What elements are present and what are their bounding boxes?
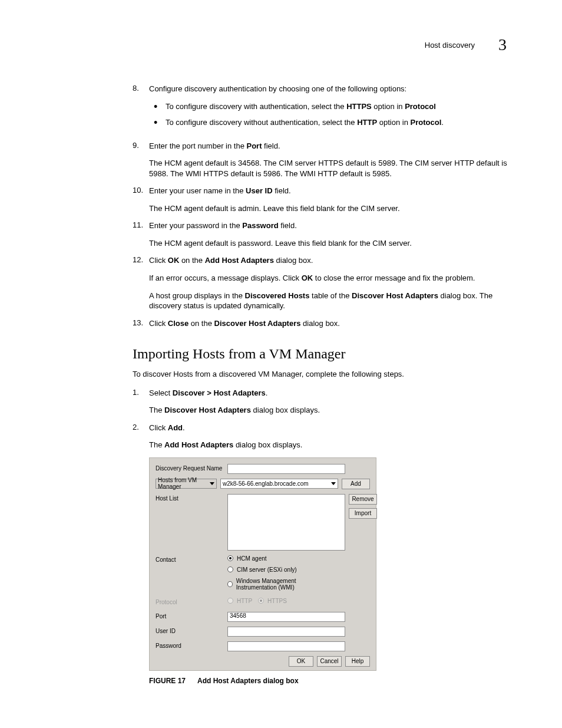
step-lead: Click Add. (149, 423, 510, 433)
section-heading: Importing Hosts from a VM Manager (133, 346, 510, 362)
chevron-down-icon (210, 482, 214, 485)
label-discovery-request: Discovery Request Name (156, 464, 224, 473)
label-host-list: Host List (156, 494, 224, 503)
bullet-item: To configure discovery without authentic… (149, 117, 510, 128)
step-para: The Add Host Adapters dialog box display… (149, 440, 510, 450)
step-lead: Configure discovery authentication by ch… (149, 84, 510, 94)
step-lead: Click OK on the Add Host Adapters dialog… (149, 255, 510, 266)
remove-button[interactable]: Remove (349, 494, 377, 505)
step-para: A host group displays in the Discovered … (149, 291, 510, 311)
header-title: Host discovery (425, 41, 475, 50)
radio-http: HTTP (227, 598, 252, 604)
radio-cim-server[interactable]: CIM server (ESXi only) (227, 566, 338, 573)
step-number: 11. (133, 220, 149, 248)
chevron-down-icon (331, 482, 336, 485)
step-number: 1. (133, 388, 149, 416)
label-contact: Contact (156, 555, 224, 565)
section-intro: To discover Hosts from a discovered VM M… (133, 369, 510, 380)
add-button[interactable]: Add (342, 479, 370, 489)
source-dropdown[interactable]: Hosts from VM Manager (156, 479, 217, 489)
step-number: 9. (133, 141, 149, 179)
bullet-item: To configure discovery with authenticati… (149, 101, 510, 112)
ok-button[interactable]: OK (289, 656, 313, 667)
step-lead: Click Close on the Discover Host Adapter… (149, 318, 510, 329)
step-para: If an error occurs, a message displays. … (149, 273, 510, 284)
page-header: Host discovery 3 (133, 35, 510, 54)
add-host-adapters-dialog: Discovery Request Name Hosts from VM Man… (149, 457, 376, 671)
step-lead: Enter the port number in the Port field. (149, 141, 510, 151)
step-para: The HCM agent default is admin. Leave th… (149, 203, 510, 214)
help-button[interactable]: Help (345, 656, 370, 667)
step-number: 13. (133, 318, 149, 329)
chapter-number: 3 (498, 35, 507, 54)
label-protocol: Protocol (156, 598, 224, 607)
radio-wmi[interactable]: Windows Management Instrumentation (WMI) (227, 578, 338, 591)
step-number: 2. (133, 423, 149, 450)
step-lead: Enter your user name in the User ID fiel… (149, 186, 510, 196)
host-list[interactable] (227, 494, 345, 551)
step-para: The Discover Host Adapters dialog box di… (149, 405, 510, 416)
steps-list: 8. Configure discovery authentication by… (133, 84, 510, 328)
figure-caption: FIGURE 17Add Host Adapters dialog box (149, 677, 510, 685)
password-input[interactable] (227, 641, 345, 651)
userid-input[interactable] (227, 627, 345, 637)
step-para: The HCM agent default is 34568. The CIM … (149, 158, 510, 179)
import-button[interactable]: Import (349, 508, 377, 519)
radio-hcm-agent[interactable]: HCM agent (227, 555, 338, 562)
vm-manager-select[interactable]: w2k8-56-66.englab.brocade.com (220, 479, 338, 489)
label-password: Password (156, 641, 224, 651)
step-lead: Select Discover > Host Adapters. (149, 388, 510, 398)
step-number: 10. (133, 186, 149, 213)
discovery-request-input[interactable] (227, 464, 345, 474)
radio-https: HTTPS (258, 598, 287, 604)
port-input[interactable]: 34568 (227, 612, 345, 622)
label-port: Port (156, 612, 224, 621)
steps-list-2: 1. Select Discover > Host Adapters. The … (133, 388, 510, 450)
step-number: 8. (133, 84, 149, 134)
label-userid: User ID (156, 627, 224, 636)
cancel-button[interactable]: Cancel (317, 656, 342, 667)
step-number: 12. (133, 255, 149, 311)
step-para: The HCM agent default is password. Leave… (149, 238, 510, 249)
step-lead: Enter your password in the Password fiel… (149, 220, 510, 231)
